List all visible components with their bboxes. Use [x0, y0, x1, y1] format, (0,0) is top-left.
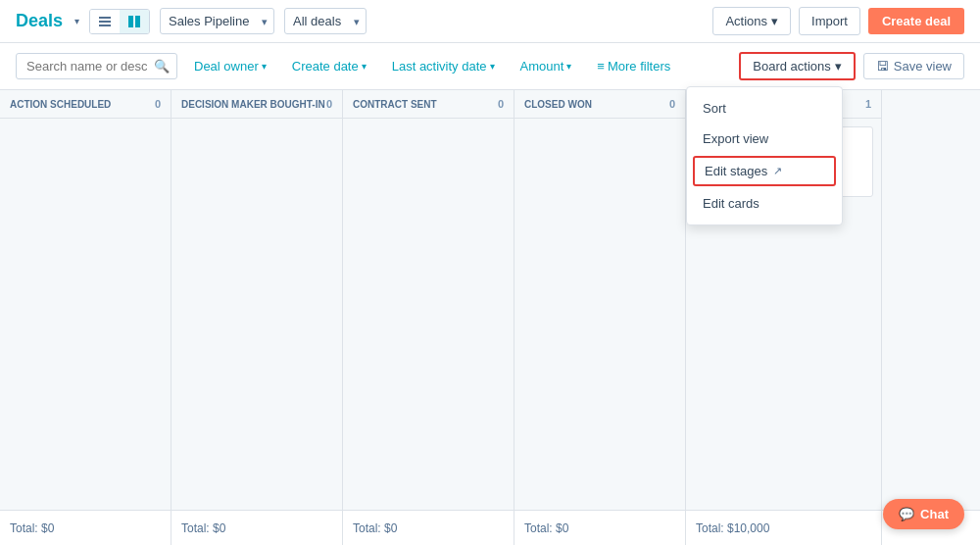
save-view-button[interactable]: 🖫 Save view [863, 53, 964, 79]
board-actions-arrow: ▾ [835, 59, 842, 74]
more-filters-label: More filters [608, 59, 670, 74]
deals-dropdown-arrow[interactable]: ▾ [74, 16, 79, 26]
amount-arrow: ▾ [566, 61, 571, 72]
footer-total-decision-maker: Total: $0 [181, 521, 225, 535]
deal-owner-arrow: ▾ [262, 61, 267, 72]
create-deal-button[interactable]: Create deal [868, 8, 964, 34]
column-body-decision-maker[interactable] [172, 119, 342, 510]
column-title-action-scheduled: ACTION SCHEDULED [10, 99, 111, 110]
column-decision-maker: DECISION MAKER BOUGHT-IN 0 [172, 90, 343, 510]
column-header-decision-maker: DECISION MAKER BOUGHT-IN 0 [172, 90, 342, 119]
alldeals-select-wrapper: All deals [284, 8, 367, 34]
search-icon: 🔍 [154, 59, 170, 74]
board-actions-dropdown: Sort Export view Edit stages ↗ Edit card… [686, 86, 843, 225]
view-toggle [89, 9, 150, 34]
column-body-action-scheduled[interactable] [0, 119, 171, 510]
alldeals-select[interactable]: All deals [284, 8, 367, 34]
column-header-action-scheduled: ACTION SCHEDULED 0 [0, 90, 171, 119]
column-count-closed-won: 0 [669, 98, 675, 110]
filter-bar: 🔍 Deal owner ▾ Create date ▾ Last activi… [0, 43, 980, 90]
footer-total-closed-lost: Total: $10,000 [696, 521, 769, 535]
footer-cell-action-scheduled: Total: $0 [0, 511, 172, 545]
list-view-button[interactable] [90, 10, 120, 33]
amount-filter[interactable]: Amount ▾ [512, 53, 581, 79]
column-count-closed-lost: 1 [865, 98, 871, 110]
top-nav: Deals ▾ Sales Pipeline [0, 0, 980, 43]
actions-button[interactable]: Actions ▾ [712, 7, 791, 35]
deal-owner-filter[interactable]: Deal owner ▾ [185, 53, 275, 79]
external-link-icon: ↗ [773, 165, 782, 177]
export-view-menu-item[interactable]: Export view [687, 124, 842, 154]
actions-label: Actions [725, 14, 767, 28]
board-actions-button[interactable]: Board actions ▾ [739, 52, 856, 80]
sort-menu-item[interactable]: Sort [687, 93, 842, 124]
column-title-decision-maker: DECISION MAKER BOUGHT-IN [181, 99, 325, 110]
pipeline-select-wrapper: Sales Pipeline [160, 8, 274, 34]
column-title-contract-sent: CONTRACT SENT [353, 99, 437, 110]
column-body-contract-sent[interactable] [343, 119, 514, 510]
top-nav-left: Deals ▾ Sales Pipeline [16, 8, 367, 34]
footer-cell-closed-won: Total: $0 [514, 511, 686, 545]
column-count-action-scheduled: 0 [155, 98, 161, 110]
save-icon: 🖫 [876, 59, 889, 74]
edit-stages-menu-item[interactable]: Edit stages ↗ [693, 156, 836, 186]
footer-cell-contract-sent: Total: $0 [343, 511, 514, 545]
pipeline-select[interactable]: Sales Pipeline [160, 8, 274, 34]
svg-rect-4 [135, 16, 140, 27]
column-title-closed-won: CLOSED WON [524, 99, 592, 110]
footer-total-contract-sent: Total: $0 [353, 521, 397, 535]
svg-rect-1 [99, 21, 111, 23]
deal-owner-label: Deal owner [194, 59, 259, 74]
last-activity-label: Last activity date [392, 59, 487, 74]
filter-lines-icon: ≡ [597, 59, 605, 74]
svg-rect-0 [99, 17, 111, 19]
last-activity-filter[interactable]: Last activity date ▾ [383, 53, 504, 79]
create-date-label: Create date [292, 59, 359, 74]
svg-rect-3 [128, 16, 133, 27]
search-wrapper: 🔍 [16, 53, 177, 79]
column-header-contract-sent: CONTRACT SENT 0 [343, 90, 514, 119]
save-view-label: Save view [894, 59, 952, 74]
actions-arrow: ▾ [771, 14, 778, 28]
last-activity-arrow: ▾ [490, 61, 495, 72]
footer-total-action-scheduled: Total: $0 [10, 521, 54, 535]
column-count-contract-sent: 0 [498, 98, 504, 110]
footer-cell-decision-maker: Total: $0 [172, 511, 343, 545]
column-contract-sent: CONTRACT SENT 0 [343, 90, 514, 510]
board-actions-label: Board actions [753, 59, 831, 74]
column-body-closed-won[interactable] [514, 119, 685, 510]
chat-label: Chat [920, 507, 949, 521]
column-action-scheduled: ACTION SCHEDULED 0 [0, 90, 172, 510]
amount-label: Amount [520, 59, 564, 74]
more-filters-button[interactable]: ≡ More filters [588, 53, 679, 79]
svg-rect-2 [99, 25, 111, 26]
page-title: Deals [16, 11, 63, 31]
chat-icon: 💬 [899, 507, 914, 521]
export-view-label: Export view [703, 131, 768, 146]
column-closed-won: CLOSED WON 0 [514, 90, 686, 510]
create-date-arrow: ▾ [362, 61, 367, 72]
top-nav-right: Actions ▾ Import Create deal [712, 7, 964, 35]
import-button[interactable]: Import [799, 7, 860, 35]
column-header-closed-won: CLOSED WON 0 [514, 90, 685, 119]
chat-button[interactable]: 💬 Chat [883, 499, 964, 529]
filter-bar-right: Board actions ▾ 🖫 Save view [739, 52, 964, 80]
board-view-button[interactable] [120, 10, 149, 33]
board-footer: Total: $0 Total: $0 Total: $0 Total: $0 … [0, 510, 980, 545]
sort-label: Sort [703, 101, 726, 116]
edit-cards-label: Edit cards [703, 196, 760, 211]
column-count-decision-maker: 0 [326, 98, 332, 110]
create-date-filter[interactable]: Create date ▾ [283, 53, 375, 79]
edit-cards-menu-item[interactable]: Edit cards [687, 188, 842, 219]
footer-cell-closed-lost: Total: $10,000 [686, 511, 882, 545]
footer-total-closed-won: Total: $0 [524, 521, 568, 535]
edit-stages-label: Edit stages [705, 164, 767, 178]
